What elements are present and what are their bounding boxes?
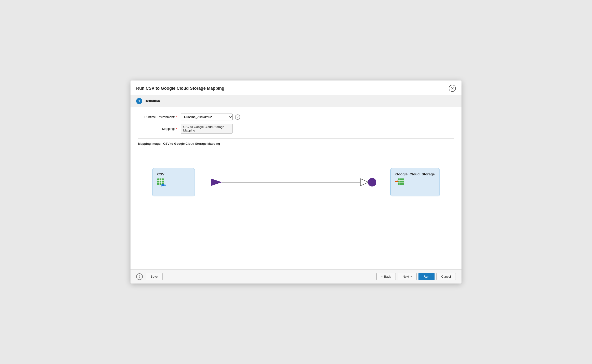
target-circle — [368, 178, 376, 187]
dialog-title: Run CSV to Google Cloud Storage Mapping — [136, 86, 224, 91]
gcs-node-icon — [395, 178, 435, 188]
csv-source-node: CSV — [152, 168, 195, 196]
save-button[interactable]: Save — [146, 273, 163, 280]
mapping-required-star: * — [176, 127, 177, 130]
csv-node-icon — [157, 178, 190, 188]
footer-right: < Back Next > Run Cancel — [376, 273, 456, 280]
runtime-help-icon[interactable]: ? — [235, 115, 240, 120]
mapping-control-wrap: CSV to Google Cloud Storage Mapping — [181, 124, 233, 134]
target-arrow — [360, 179, 369, 186]
mapping-label: Mapping: * — [138, 127, 181, 130]
csv-node-title: CSV — [157, 172, 190, 176]
step-number: 1 — [136, 98, 142, 104]
mapping-field: CSV to Google Cloud Storage Mapping — [181, 124, 233, 134]
svg-rect-9 — [398, 178, 404, 185]
mapping-row: Mapping: * CSV to Google Cloud Storage M… — [138, 124, 454, 134]
step-label: Definition — [145, 99, 160, 103]
run-button[interactable]: Run — [418, 273, 434, 280]
source-arrow — [211, 179, 222, 186]
runtime-required-star: * — [176, 115, 177, 119]
back-button[interactable]: < Back — [376, 273, 396, 280]
runtime-select[interactable]: Runtime_Asrlxdm02 — [181, 114, 233, 120]
runtime-row: Runtime Environment: * Runtime_Asrlxdm02… — [138, 114, 454, 120]
runtime-label: Runtime Environment: * — [138, 115, 181, 119]
mapping-image-section: Mapping Image: CSV to Google Cloud Stora… — [138, 138, 454, 239]
gcs-node-title: Google_Cloud_Storage — [395, 172, 435, 176]
runtime-control-wrap: Runtime_Asrlxdm02 ? — [181, 114, 240, 120]
footer-left: ? Save — [136, 273, 163, 280]
mapping-image-label: Mapping Image: CSV to Google Cloud Stora… — [138, 142, 220, 145]
cancel-button[interactable]: Cancel — [437, 273, 456, 280]
close-button[interactable]: ✕ — [449, 85, 456, 92]
dialog-body: Runtime Environment: * Runtime_Asrlxdm02… — [130, 107, 462, 269]
mapping-diagram: CSV — [138, 149, 454, 234]
next-button[interactable]: Next > — [398, 273, 417, 280]
run-mapping-dialog: Run CSV to Google Cloud Storage Mapping … — [130, 80, 462, 284]
dialog-header: Run CSV to Google Cloud Storage Mapping … — [130, 80, 462, 95]
dialog-footer: ? Save < Back Next > Run Cancel — [130, 269, 462, 284]
gcs-target-node: Google_Cloud_Storage — [390, 168, 440, 196]
diagram-canvas: CSV — [138, 149, 454, 239]
close-icon: ✕ — [451, 86, 454, 91]
step-bar: 1 Definition — [130, 95, 462, 107]
svg-rect-6 — [161, 185, 166, 186]
footer-help-icon[interactable]: ? — [136, 273, 143, 280]
